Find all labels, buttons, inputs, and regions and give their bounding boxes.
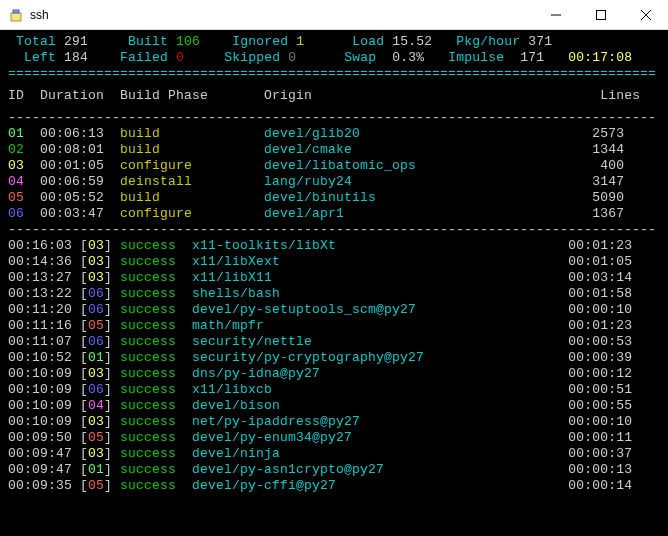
log-row: 00:09:35 [05] success devel/py-cffi@py27… (8, 478, 660, 494)
svg-rect-1 (13, 10, 19, 13)
divider: ========================================… (8, 66, 660, 82)
log-row: 00:10:09 [06] success x11/libxcb 00:00:5… (8, 382, 660, 398)
log-row: 00:10:52 [01] success security/py-crypto… (8, 350, 660, 366)
terminal-output[interactable]: Total 291 Built 106 Ignored 1 Load 15.52… (0, 30, 668, 536)
dashline: ----------------------------------------… (8, 222, 660, 238)
log-row: 00:10:09 [03] success dns/py-idna@py27 0… (8, 366, 660, 382)
app-icon (8, 7, 24, 23)
svg-rect-0 (11, 13, 21, 21)
log-row: 00:11:16 [05] success math/mpfr 00:01:23 (8, 318, 660, 334)
log-row: 00:10:09 [04] success devel/bison 00:00:… (8, 398, 660, 414)
log-row: 00:09:47 [01] success devel/py-asn1crypt… (8, 462, 660, 478)
maximize-button[interactable] (578, 0, 623, 29)
log-row: 00:11:20 [06] success devel/py-setuptool… (8, 302, 660, 318)
dashline: ----------------------------------------… (8, 110, 660, 126)
minimize-button[interactable] (533, 0, 578, 29)
log-row: 00:13:27 [03] success x11/libX11 00:03:1… (8, 270, 660, 286)
builder-row: 05 00:05:52 build devel/binutils 5090 (8, 190, 660, 206)
builder-row: 02 00:08:01 build devel/cmake 1344 (8, 142, 660, 158)
svg-rect-3 (596, 10, 605, 19)
log-row: 00:09:50 [05] success devel/py-enum34@py… (8, 430, 660, 446)
builder-row: 06 00:03:47 configure devel/apr1 1367 (8, 206, 660, 222)
window-title: ssh (30, 8, 49, 22)
log-row: 00:13:22 [06] success shells/bash 00:01:… (8, 286, 660, 302)
stats-row-2: Left 184 Failed 0 Skipped 0 Swap 0.3% Im… (8, 50, 660, 66)
log-row: 00:11:07 [06] success security/nettle 00… (8, 334, 660, 350)
log-row: 00:16:03 [03] success x11-toolkits/libXt… (8, 238, 660, 254)
stats-row-1: Total 291 Built 106 Ignored 1 Load 15.52… (8, 34, 660, 50)
column-headers: ID Duration Build Phase Origin Lines (8, 88, 660, 104)
builder-row: 03 00:01:05 configure devel/libatomic_op… (8, 158, 660, 174)
window-titlebar: ssh (0, 0, 668, 30)
log-row: 00:14:36 [03] success x11/libXext 00:01:… (8, 254, 660, 270)
window-controls (533, 0, 668, 29)
builder-row: 04 00:06:59 deinstall lang/ruby24 3147 (8, 174, 660, 190)
log-row: 00:09:47 [03] success devel/ninja 00:00:… (8, 446, 660, 462)
close-button[interactable] (623, 0, 668, 29)
builder-row: 01 00:06:13 build devel/glib20 2573 (8, 126, 660, 142)
log-row: 00:10:09 [03] success net/py-ipaddress@p… (8, 414, 660, 430)
